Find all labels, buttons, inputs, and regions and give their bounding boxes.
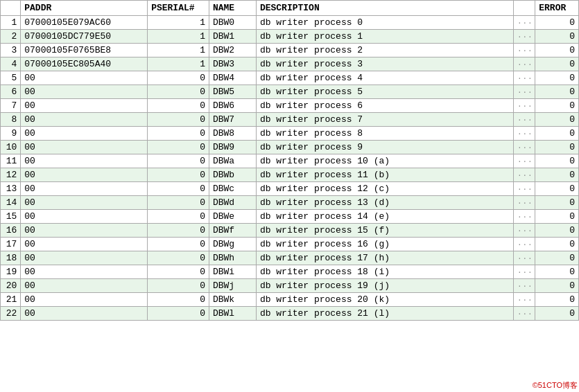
ellipsis-icon[interactable]: ··· <box>517 282 533 290</box>
cell-ellipsis[interactable]: ··· <box>513 57 535 71</box>
cell-ellipsis[interactable]: ··· <box>513 182 535 196</box>
cell-ellipsis[interactable]: ··· <box>513 265 535 279</box>
cell-ellipsis[interactable]: ··· <box>513 127 535 141</box>
table-row: 19000DBWidb writer process 18 (i)···0 <box>1 265 579 279</box>
ellipsis-icon[interactable]: ··· <box>517 130 533 138</box>
cell-rownum: 13 <box>1 182 21 196</box>
cell-error: 0 <box>535 182 579 196</box>
ellipsis-icon[interactable]: ··· <box>517 88 533 96</box>
cell-rownum: 9 <box>1 127 21 141</box>
cell-pserial: 0 <box>148 85 209 99</box>
cell-ellipsis[interactable]: ··· <box>513 279 535 293</box>
cell-ellipsis[interactable]: ··· <box>513 85 535 99</box>
ellipsis-icon[interactable]: ··· <box>517 46 533 55</box>
cell-ellipsis[interactable]: ··· <box>513 196 535 210</box>
cell-error: 0 <box>535 265 579 279</box>
cell-pserial: 0 <box>148 279 209 293</box>
cell-pserial: 0 <box>148 210 209 224</box>
cell-name: DBW3 <box>209 57 256 71</box>
cell-pserial: 0 <box>148 251 209 265</box>
cell-pserial: 0 <box>148 141 209 154</box>
cell-ellipsis[interactable]: ··· <box>513 154 535 168</box>
ellipsis-icon[interactable]: ··· <box>517 60 533 69</box>
cell-rownum: 2 <box>1 30 21 44</box>
cell-error: 0 <box>535 238 579 251</box>
cell-rownum: 4 <box>1 57 21 71</box>
ellipsis-icon[interactable]: ··· <box>517 254 533 262</box>
cell-ellipsis[interactable]: ··· <box>513 224 535 238</box>
cell-pserial: 0 <box>148 238 209 251</box>
table-row: 107000105E079AC601DBW0db writer process … <box>1 16 579 30</box>
table-row: 13000DBWcdb writer process 12 (c)···0 <box>1 182 579 196</box>
cell-rownum: 20 <box>1 279 21 293</box>
cell-ellipsis[interactable]: ··· <box>513 44 535 57</box>
cell-description: db writer process 17 (h) <box>256 251 513 265</box>
cell-rownum: 7 <box>1 99 21 113</box>
cell-rownum: 18 <box>1 251 21 265</box>
cell-ellipsis[interactable]: ··· <box>513 251 535 265</box>
cell-error: 0 <box>535 154 579 168</box>
cell-ellipsis[interactable]: ··· <box>513 30 535 44</box>
ellipsis-icon[interactable]: ··· <box>517 74 533 82</box>
cell-name: DBWi <box>209 265 256 279</box>
ellipsis-icon[interactable]: ··· <box>517 116 533 124</box>
table-row: 407000105EC805A401DBW3db writer process … <box>1 57 579 71</box>
cell-name: DBWk <box>209 293 256 307</box>
cell-rownum: 19 <box>1 265 21 279</box>
cell-ellipsis[interactable]: ··· <box>513 210 535 224</box>
cell-ellipsis[interactable]: ··· <box>513 71 535 85</box>
cell-paddr: 00 <box>21 238 148 251</box>
table-row: 16000DBWfdb writer process 15 (f)···0 <box>1 224 579 238</box>
cell-paddr: 00 <box>21 168 148 182</box>
cell-error: 0 <box>535 30 579 44</box>
cell-rownum: 11 <box>1 154 21 168</box>
cell-description: db writer process 3 <box>256 57 513 71</box>
ellipsis-icon[interactable]: ··· <box>517 171 533 179</box>
cell-error: 0 <box>535 57 579 71</box>
cell-ellipsis[interactable]: ··· <box>513 307 535 321</box>
cell-name: DBWc <box>209 182 256 196</box>
ellipsis-icon[interactable]: ··· <box>517 185 533 193</box>
cell-pserial: 1 <box>148 30 209 44</box>
cell-name: DBW9 <box>209 141 256 154</box>
ellipsis-icon[interactable]: ··· <box>517 268 533 276</box>
cell-ellipsis[interactable]: ··· <box>513 16 535 30</box>
cell-ellipsis[interactable]: ··· <box>513 141 535 154</box>
ellipsis-icon[interactable]: ··· <box>517 102 533 110</box>
cell-ellipsis[interactable]: ··· <box>513 168 535 182</box>
cell-paddr: 07000105EC805A40 <box>21 57 148 71</box>
ellipsis-icon[interactable]: ··· <box>517 213 533 221</box>
cell-ellipsis[interactable]: ··· <box>513 238 535 251</box>
ellipsis-icon[interactable]: ··· <box>517 143 533 152</box>
table-row: 21000DBWkdb writer process 20 (k)···0 <box>1 293 579 307</box>
cell-error: 0 <box>535 85 579 99</box>
ellipsis-icon[interactable]: ··· <box>517 157 533 166</box>
cell-error: 0 <box>535 196 579 210</box>
cell-name: DBW0 <box>209 16 256 30</box>
cell-description: db writer process 5 <box>256 85 513 99</box>
ellipsis-icon[interactable]: ··· <box>517 199 533 207</box>
col-header-ellipsis <box>513 1 535 16</box>
cell-name: DBW4 <box>209 71 256 85</box>
cell-ellipsis[interactable]: ··· <box>513 113 535 127</box>
table-row: 15000DBWedb writer process 14 (e)···0 <box>1 210 579 224</box>
cell-ellipsis[interactable]: ··· <box>513 99 535 113</box>
col-header-name: NAME <box>209 1 256 16</box>
cell-paddr: 00 <box>21 251 148 265</box>
cell-error: 0 <box>535 210 579 224</box>
cell-description: db writer process 7 <box>256 113 513 127</box>
ellipsis-icon[interactable]: ··· <box>517 226 533 235</box>
cell-error: 0 <box>535 99 579 113</box>
ellipsis-icon[interactable]: ··· <box>517 33 533 41</box>
main-table-container: PADDR PSERIAL# NAME DESCRIPTION ERROR 10… <box>0 0 579 321</box>
cell-paddr: 07000105E079AC60 <box>21 16 148 30</box>
ellipsis-icon[interactable]: ··· <box>517 240 533 249</box>
cell-rownum: 6 <box>1 85 21 99</box>
cell-pserial: 0 <box>148 99 209 113</box>
ellipsis-icon[interactable]: ··· <box>517 296 533 304</box>
ellipsis-icon[interactable]: ··· <box>517 19 533 27</box>
cell-error: 0 <box>535 71 579 85</box>
cell-ellipsis[interactable]: ··· <box>513 293 535 307</box>
ellipsis-icon[interactable]: ··· <box>517 310 533 318</box>
cell-description: db writer process 13 (d) <box>256 196 513 210</box>
